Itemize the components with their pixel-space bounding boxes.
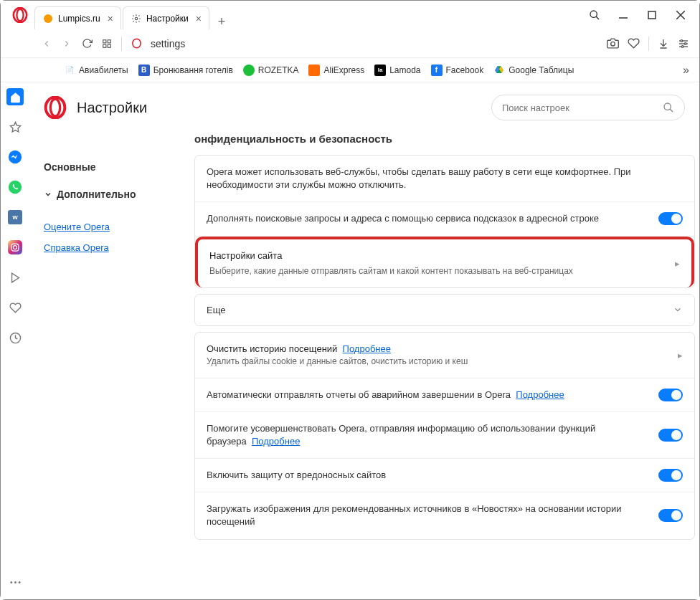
more-link[interactable]: Подробнее xyxy=(252,436,300,447)
opera-logo-icon xyxy=(44,96,67,119)
row-label: Дополнять поисковые запросы и адреса с п… xyxy=(207,212,650,225)
nav-main[interactable]: Основные xyxy=(44,161,180,173)
bookmark-item[interactable]: 📄Авиабилеты xyxy=(64,65,128,76)
svg-point-35 xyxy=(18,581,20,584)
close-icon[interactable]: × xyxy=(196,13,202,24)
search-icon[interactable] xyxy=(587,8,602,22)
svg-point-2 xyxy=(44,14,52,23)
toggle-switch[interactable] xyxy=(658,389,683,401)
titlebar: Lumpics.ru × Настройки × + xyxy=(1,1,699,29)
svg-point-34 xyxy=(14,581,16,584)
nav-advanced[interactable]: Дополнительно xyxy=(44,189,180,200)
clear-history-link[interactable]: Подробнее xyxy=(343,343,391,354)
bookmark-label: ROZETKA xyxy=(258,65,299,75)
heart-sidebar-icon[interactable] xyxy=(6,299,24,316)
history-icon[interactable] xyxy=(6,329,24,346)
close-button[interactable] xyxy=(673,8,688,22)
tab-lumpics[interactable]: Lumpics.ru × xyxy=(34,6,121,29)
row-site-settings[interactable]: Настройки сайта Выберите, какие данные о… xyxy=(195,237,694,287)
help-link[interactable]: Справка Opera xyxy=(44,242,180,253)
clear-history-sub: Удалить файлы cookie и данные сайтов, оч… xyxy=(207,356,669,368)
privacy-card-2: Очистить историю посещений Подробнее Уда… xyxy=(194,332,695,540)
more-icon[interactable] xyxy=(6,573,24,591)
svg-point-33 xyxy=(10,581,12,584)
svg-rect-12 xyxy=(103,44,106,47)
bookmark-item[interactable]: Google Таблицы xyxy=(493,65,574,76)
row-more[interactable]: Еще xyxy=(194,294,695,326)
address-input[interactable]: settings xyxy=(146,38,607,49)
back-button[interactable] xyxy=(37,34,57,54)
bookmark-label: Google Таблицы xyxy=(509,65,574,75)
messenger-icon[interactable] xyxy=(6,148,24,166)
svg-rect-27 xyxy=(8,240,22,254)
svg-point-4 xyxy=(590,11,597,17)
play-icon[interactable] xyxy=(6,269,24,286)
svg-text:w: w xyxy=(11,214,18,221)
speed-dial-button[interactable] xyxy=(97,34,117,54)
reload-button[interactable] xyxy=(77,34,97,54)
svg-point-0 xyxy=(14,8,27,22)
rate-opera-link[interactable]: Оцените Opera xyxy=(44,222,180,232)
bookmark-label: Авиабилеты xyxy=(79,65,128,75)
svg-point-15 xyxy=(611,42,615,46)
bookmark-item[interactable]: AliExpress xyxy=(308,65,364,76)
more-link[interactable]: Подробнее xyxy=(516,389,564,400)
minimize-button[interactable] xyxy=(616,8,630,22)
svg-point-20 xyxy=(684,42,686,44)
vk-icon[interactable]: w xyxy=(6,209,24,226)
tab-settings[interactable]: Настройки × xyxy=(123,6,209,29)
heart-icon[interactable] xyxy=(628,37,640,49)
easy-setup-icon[interactable] xyxy=(678,38,689,49)
svg-point-24 xyxy=(9,181,22,194)
forward-button[interactable] xyxy=(57,34,77,54)
bookmark-item[interactable]: laLamoda xyxy=(374,65,420,76)
camera-icon[interactable] xyxy=(607,37,619,49)
malware-label: Включить защиту от вредоносных сайтов xyxy=(207,469,650,482)
svg-rect-13 xyxy=(108,44,110,47)
bookmark-label: Facebook xyxy=(446,65,484,75)
toggle-switch[interactable] xyxy=(658,212,683,225)
svg-point-19 xyxy=(681,39,683,42)
opera-menu-icon[interactable] xyxy=(9,4,31,26)
facebook-icon: f xyxy=(431,65,443,76)
chevron-down-icon xyxy=(44,190,52,199)
svg-point-3 xyxy=(135,17,138,20)
lamoda-icon: la xyxy=(374,65,386,76)
bookmarks-bar: 📄Авиабилеты BБронювання готелів ROZETKA … xyxy=(1,58,699,82)
maximize-button[interactable] xyxy=(645,8,659,22)
bookmark-item[interactable]: fFacebook xyxy=(431,65,484,76)
toggle-switch[interactable] xyxy=(658,469,683,482)
whatsapp-icon[interactable] xyxy=(6,178,24,196)
card-intro: Opera может использовать веб-службы, что… xyxy=(195,156,694,202)
row-crash-reports: Автоматически отправлять отчеты об авари… xyxy=(195,378,694,412)
bookmark-item[interactable]: BБронювання готелів xyxy=(138,65,233,76)
row-clear-history[interactable]: Очистить историю посещений Подробнее Уда… xyxy=(195,333,694,378)
toggle-switch[interactable] xyxy=(658,509,683,522)
nav-advanced-label: Дополнительно xyxy=(57,189,136,200)
svg-marker-22 xyxy=(10,122,20,131)
gear-icon xyxy=(131,13,142,24)
settings-search[interactable] xyxy=(491,95,685,120)
svg-marker-31 xyxy=(11,273,19,282)
home-icon[interactable] xyxy=(6,88,24,105)
section-title: онфиденциальность и безопасность xyxy=(194,133,695,145)
toggle-switch[interactable] xyxy=(658,429,683,442)
instagram-icon[interactable] xyxy=(6,239,24,256)
bookmark-item[interactable]: ROZETKA xyxy=(243,65,299,76)
left-sidebar: w xyxy=(1,82,29,599)
window-controls xyxy=(587,8,688,22)
row-news-images: Загружать изображения для рекомендованны… xyxy=(195,492,694,538)
tab-label: Lumpics.ru xyxy=(58,14,100,24)
opera-badge-icon xyxy=(126,34,146,54)
star-icon[interactable] xyxy=(6,118,24,135)
bookmark-label: Lamoda xyxy=(389,65,420,75)
bookmarks-overflow[interactable]: » xyxy=(683,64,689,77)
tab-strip: Lumpics.ru × Настройки × + xyxy=(34,1,587,29)
settings-main: онфиденциальность и безопасность Opera м… xyxy=(194,133,699,599)
search-input[interactable] xyxy=(502,103,663,113)
close-icon[interactable]: × xyxy=(108,13,113,24)
download-icon[interactable] xyxy=(658,38,669,49)
settings-header: Настройки xyxy=(29,82,699,133)
svg-rect-11 xyxy=(108,39,110,42)
new-tab-button[interactable]: + xyxy=(211,14,232,29)
